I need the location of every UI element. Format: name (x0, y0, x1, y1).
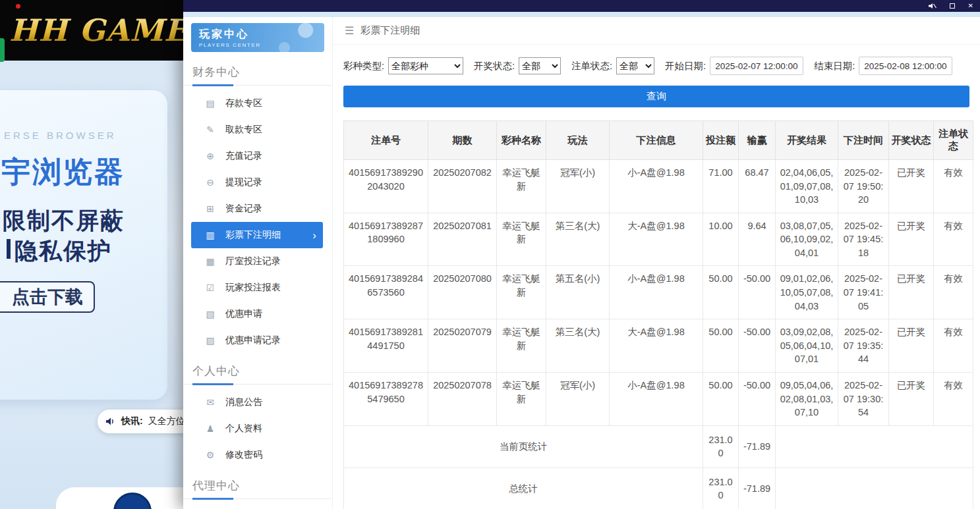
sidebar-item-label: 资金记录 (225, 203, 262, 215)
promo-apply-icon: ▧ (204, 309, 216, 319)
green-tab-decoration (0, 38, 5, 62)
cell-order-status: 有效 (934, 160, 973, 213)
chevron-right-icon: › (312, 230, 316, 241)
sidebar-item-profile[interactable]: ♟个人资料 (191, 415, 323, 442)
sidebar-item-player-bet-report[interactable]: ☑玩家投注报表 (191, 275, 323, 301)
sidebar-item-recharge-record[interactable]: ⊕充值记录 (191, 143, 323, 169)
sidebar-item-password[interactable]: ⚙修改密码 (191, 442, 323, 468)
cell-win-loss: -50.00 (739, 319, 776, 373)
sidebar-item-label: 消息公告 (225, 396, 262, 408)
cell-order-id: 401569173892871809960 (344, 213, 428, 266)
sidebar-item-label: 存款专区 (225, 97, 262, 109)
player-bet-report-icon: ☑ (204, 282, 216, 293)
summary-row: 总统计231.00-71.89 (344, 468, 973, 509)
summary-win-loss: -71.89 (739, 468, 776, 509)
summary-label: 总统计 (344, 468, 703, 509)
sidebar-item-label: 优惠申请 (225, 308, 262, 320)
order-status-select[interactable]: 全部 (616, 57, 654, 74)
cell-bet-info: 大-A盘@1.98 (610, 319, 703, 373)
column-header-draw-status: 开奖状态 (889, 121, 934, 160)
cell-order-status: 有效 (934, 266, 973, 319)
cell-bet-amount: 50.00 (703, 372, 739, 425)
sidebar-section-label: 财务中心 (183, 55, 332, 86)
promo-apply-record-icon: ▨ (204, 335, 216, 346)
cell-order-status: 有效 (934, 213, 973, 266)
hamburger-menu-icon[interactable]: ☰ (345, 24, 354, 37)
cell-draw-status: 已开奖 (889, 266, 934, 319)
cell-draw-status: 已开奖 (889, 160, 934, 213)
sidebar-item-lottery-bet-detail[interactable]: ▥彩票下注明细› (191, 222, 323, 248)
page-title: 彩票下注明细 (360, 24, 420, 37)
sidebar-item-withdraw[interactable]: ✎取款专区 (191, 117, 323, 143)
column-header-bet-amount: 投注额 (703, 121, 739, 160)
lottery-bet-detail-icon: ▥ (204, 230, 216, 240)
cell-order-status: 有效 (934, 372, 973, 425)
sidebar-item-label: 充值记录 (225, 150, 262, 162)
cell-period: 20250207081 (428, 213, 497, 266)
download-button[interactable]: 点击下载 (0, 281, 95, 313)
promo-title: 宇浏览器 (1, 153, 125, 192)
summary-empty (776, 468, 973, 509)
background-site: HH GAME ERSE BROWSER 宇浏览器 限制不屏蔽 隐私保护 点击下… (0, 0, 183, 509)
table-row: 40156917389290204302020250207082幸运飞艇新冠军(… (344, 160, 973, 213)
sidebar-item-label: 厅室投注记录 (225, 255, 281, 267)
draw-status-label: 开奖状态: (474, 60, 515, 72)
maximize-icon[interactable] (950, 3, 955, 9)
cell-win-loss: -50.00 (739, 372, 776, 425)
sidebar-item-announcement[interactable]: ✉消息公告 (191, 389, 323, 415)
sidebar-item-deposit[interactable]: ▤存款专区 (191, 90, 323, 117)
sidebar-item-label: 彩票下注明细 (225, 229, 281, 241)
sidebar-item-hall-bet-record[interactable]: ▦厅室投注记录 (191, 248, 323, 275)
end-date-input[interactable] (859, 57, 952, 75)
cell-bet-amount: 50.00 (703, 319, 739, 373)
cell-bet-amount: 71.00 (703, 160, 739, 213)
start-date-input[interactable] (710, 57, 803, 75)
announcement-icon: ✉ (204, 397, 216, 408)
withdraw-icon: ✎ (204, 124, 216, 135)
draw-status-select[interactable]: 全部 (519, 57, 561, 74)
sidebar-item-withdraw-record[interactable]: ⊖提现记录 (191, 169, 323, 196)
lottery-type-select[interactable]: 全部彩种 (388, 57, 463, 74)
cell-win-loss: 9.64 (739, 213, 776, 266)
sidebar-header: 玩家中心 PLAYERS CENTER (191, 23, 324, 52)
news-ticker: 快讯: 又全方位 (98, 410, 183, 433)
close-icon[interactable]: ✕ (968, 3, 973, 9)
table-row: 40156917389278547965020250207078幸运飞艇新冠军(… (344, 372, 973, 425)
cell-draw-status: 已开奖 (889, 372, 934, 425)
cell-bet-time: 2025-02-07 19:45:18 (838, 213, 889, 266)
cell-lottery-name: 幸运飞艇新 (497, 266, 546, 319)
table-row: 40156917389284657356020250207080幸运飞艇新第五名… (344, 266, 973, 319)
sidebar: 玩家中心 PLAYERS CENTER 财务中心▤存款专区✎取款专区⊕充值记录⊖… (183, 17, 333, 509)
mute-icon[interactable] (929, 3, 937, 9)
column-header-order-id: 注单号 (344, 121, 428, 160)
cell-draw-result: 03,08,07,05,06,10,09,02,04,01 (776, 213, 838, 266)
cell-draw-result: 09,01,02,06,10,05,07,08,04,03 (776, 266, 838, 319)
withdraw-record-icon: ⊖ (204, 177, 216, 188)
table-row: 40156917389287180996020250207081幸运飞艇新第三名… (344, 213, 973, 266)
cell-bet-time: 2025-02-07 19:30:54 (838, 372, 889, 425)
sidebar-item-promo-apply[interactable]: ▧优惠申请 (191, 301, 323, 327)
promo-line2: 限制不屏蔽 (3, 205, 125, 236)
page-header: ☰ 彩票下注明细 (333, 17, 980, 45)
bet-table-wrap: 注单号期数彩种名称玩法下注信息投注额输赢开奖结果下注时间开奖状态注单状态 401… (333, 107, 980, 509)
titlebar-accent-strip (183, 12, 980, 17)
cell-bet-info: 大-A盘@1.98 (610, 213, 703, 266)
lottery-type-label: 彩种类型: (343, 60, 384, 72)
column-header-order-status: 注单状态 (934, 121, 973, 160)
player-center-window: ✕ 玩家中心 PLAYERS CENTER 财务中心▤存款专区✎取款专区⊕充值记… (183, 0, 980, 509)
password-icon: ⚙ (204, 450, 216, 460)
cell-draw-status: 已开奖 (889, 319, 934, 373)
sidebar-item-funds-record[interactable]: ⊞资金记录 (191, 196, 323, 222)
red-dot-icon (16, 4, 20, 9)
cell-draw-result: 09,05,04,06,02,08,01,03,07,10 (776, 372, 838, 425)
promo-line3: 隐私保护 (14, 236, 112, 267)
column-header-lottery-name: 彩种名称 (497, 121, 546, 160)
search-button[interactable]: 查询 (343, 86, 969, 107)
recharge-record-icon: ⊕ (204, 151, 216, 161)
sidebar-item-promo-apply-record[interactable]: ▨优惠申请记录 (191, 327, 323, 354)
sidebar-sections: 财务中心▤存款专区✎取款专区⊕充值记录⊖提现记录⊞资金记录▥彩票下注明细›▦厅室… (183, 55, 332, 499)
summary-empty (776, 425, 973, 468)
summary-win-loss: -71.89 (739, 425, 776, 468)
window-titlebar: ✕ (183, 0, 980, 12)
sidebar-section-label: 个人中心 (183, 354, 332, 385)
